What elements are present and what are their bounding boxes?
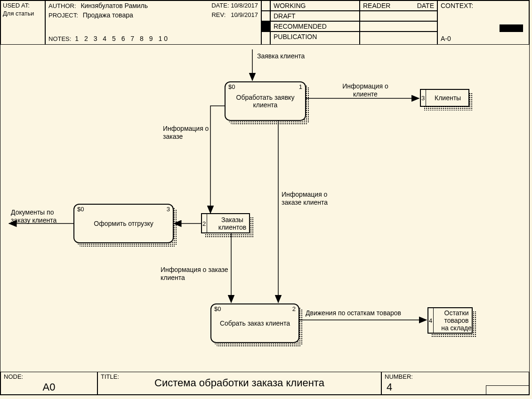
a3-name: Оформить отгрузку <box>89 220 158 227</box>
ftr-title: TITLE: Система обработки заказа клиента <box>97 372 381 395</box>
rev-label: REV: <box>211 11 226 18</box>
activity-collect-order: $0 2 Собрать заказ клиента <box>210 303 299 343</box>
ds2-name: Заказы клиентов <box>207 216 249 231</box>
a2-id: 2 <box>292 305 296 312</box>
a1-cost: $0 <box>228 83 235 90</box>
status-draft: DRAFT <box>270 11 360 21</box>
used-at-value: Для статьи <box>1 10 45 17</box>
status-recommended: RECOMMENDED <box>270 21 360 32</box>
status-mark-draft <box>261 11 270 21</box>
a3-id: 3 <box>167 206 170 213</box>
reader-row-3 <box>360 21 437 32</box>
used-at-label: USED AT: <box>1 1 45 10</box>
project-label: PROJECT: <box>48 12 78 19</box>
notes-value: 1 2 3 4 5 6 7 8 9 10 <box>75 35 169 42</box>
a1-name: Обработать заявку клиента <box>226 94 305 109</box>
project-value: Продажа товара <box>83 11 133 19</box>
number-label: NUMBER: <box>382 372 529 381</box>
node-label: NODE: <box>1 372 97 381</box>
status-mark-recommended <box>261 21 270 32</box>
date-value: 10/8/2017 <box>231 2 258 9</box>
reader-row-2 <box>360 11 437 21</box>
ftr-number: NUMBER: 4 <box>381 372 529 395</box>
context-code: A-0 <box>441 35 451 42</box>
ds2-id: 2 <box>202 220 206 227</box>
ftr-node: NODE: A0 <box>0 372 97 395</box>
datastore-stock: 4 Остатки товаров на складе <box>427 307 473 334</box>
context-label: CONTEXT: <box>441 2 473 9</box>
label-order-info-client-1: Информация о заказе клиента <box>282 191 329 207</box>
reader-label: READER <box>363 2 390 9</box>
ds3-name: Клиенты <box>426 94 468 102</box>
title-value: Система обработки заказа клиента <box>98 372 381 389</box>
rev-value: 10/9/2017 <box>231 11 258 18</box>
label-stock-movement: Движения по остаткам товаров <box>306 309 423 317</box>
context-cell: CONTEXT: A-0 <box>437 0 529 45</box>
a2-cost: $0 <box>214 305 221 312</box>
ds4-id: 4 <box>429 317 432 324</box>
datastore-clients: 3 Клиенты <box>420 89 469 107</box>
title-label: TITLE: <box>98 372 122 381</box>
label-order-info: Информация о заказе <box>163 125 210 141</box>
activity-process-request: $0 1 Обработать заявку клиента <box>225 81 306 121</box>
a1-id: 1 <box>299 83 302 90</box>
ds4-name: Остатки товаров на складе <box>434 309 472 332</box>
label-input: Заявка клиента <box>257 52 305 60</box>
context-thumbnail <box>500 24 523 32</box>
diagram-canvas: $0 1 Обработать заявку клиента $0 2 Собр… <box>0 45 529 372</box>
label-documents: Документы по заказу клиента <box>11 208 67 224</box>
node-value: A0 <box>1 381 97 393</box>
reader-row-4 <box>360 32 437 45</box>
status-mark-publication <box>261 32 270 45</box>
a3-cost: $0 <box>77 206 84 213</box>
corner-box <box>486 385 529 394</box>
datastore-orders: 2 Заказы клиентов <box>201 213 250 233</box>
label-client-info: Информация о клиенте <box>335 82 396 98</box>
author-label: AUTHOR: <box>48 2 76 9</box>
activity-ship: $0 3 Оформить отгрузку <box>73 204 174 243</box>
date-label: DATE: <box>211 2 229 9</box>
status-mark-working <box>261 0 270 11</box>
hdr-author-block: AUTHOR: Кинзябулатов Рамиль DATE: 10/8/2… <box>45 0 261 45</box>
label-order-info-client-2: Информация о заказе клиента <box>161 266 236 282</box>
author-value: Кинзябулатов Рамиль <box>81 2 148 9</box>
reader-label-cell: READER DATE <box>360 0 437 11</box>
notes-label: NOTES: <box>48 35 71 42</box>
ds3-id: 3 <box>421 95 425 102</box>
a2-name: Собрать заказ клиента <box>215 319 295 327</box>
hdr-used-at: USED AT: Для статьи <box>0 0 45 45</box>
reader-date-label: DATE <box>417 2 434 9</box>
status-working: WORKING <box>270 0 360 11</box>
status-publication: PUBLICATION <box>270 32 360 45</box>
